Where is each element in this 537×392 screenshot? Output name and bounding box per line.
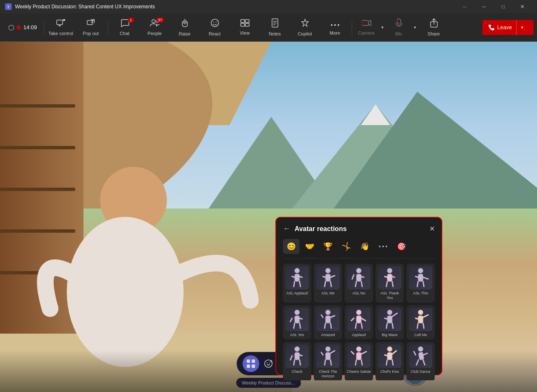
svg-rect-103 [325, 352, 330, 360]
record-indicator [17, 25, 21, 30]
camera-caret[interactable]: ▾ [379, 15, 386, 40]
view-button[interactable]: View [230, 15, 260, 40]
maximize-btn[interactable]: □ [494, 0, 513, 13]
svg-line-47 [330, 281, 331, 286]
svg-point-12 [216, 22, 217, 23]
svg-rect-109 [356, 352, 361, 360]
svg-point-42 [325, 268, 330, 273]
anim-label-asl-me: ASL Me [321, 291, 335, 296]
mic-label: Mic [395, 31, 402, 36]
svg-line-51 [361, 276, 364, 277]
panel-back-button[interactable]: ← [283, 224, 290, 233]
share-icon [430, 18, 438, 30]
copilot-label: Copilot [297, 31, 312, 36]
leave-button[interactable]: Leave ▾ [482, 20, 534, 35]
camera-label: Camera [358, 30, 374, 35]
svg-rect-61 [418, 274, 423, 281]
raise-button[interactable]: Raise [170, 15, 200, 40]
cat-trophy[interactable]: 🏆 [320, 239, 336, 254]
svg-rect-115 [387, 352, 392, 360]
notes-button[interactable]: Notes [260, 15, 290, 40]
anim-cheers-salute[interactable]: Cheers Salute [345, 342, 373, 380]
anim-asl-yes[interactable]: ASL Yes [283, 305, 311, 340]
anim-chefs-kiss[interactable]: Chef's Kiss [376, 342, 404, 380]
anim-asl-this[interactable]: ASL This [406, 264, 435, 303]
svg-line-64 [417, 281, 418, 286]
panel-close-button[interactable]: ✕ [429, 225, 435, 233]
svg-line-86 [385, 318, 387, 319]
cat-smiley[interactable]: 😊 [283, 239, 300, 254]
svg-line-94 [417, 323, 418, 328]
more-button[interactable]: More [320, 15, 350, 40]
separator [44, 20, 44, 35]
svg-line-62 [416, 276, 418, 277]
svg-line-82 [355, 323, 356, 328]
anim-figure-check-horizon [316, 344, 340, 368]
svg-line-111 [361, 352, 366, 354]
svg-line-123 [424, 353, 427, 355]
svg-line-100 [294, 360, 295, 365]
anim-asl-applaud[interactable]: ASL Applaud [283, 264, 311, 303]
anim-applaud[interactable]: Applaud [345, 305, 373, 340]
anim-check-horizon[interactable]: Check The Horizon [314, 342, 342, 380]
anim-call-me[interactable]: Call Me [406, 305, 435, 340]
svg-rect-55 [387, 274, 392, 281]
svg-line-124 [416, 360, 419, 365]
svg-line-89 [392, 323, 393, 328]
svg-line-76 [325, 323, 325, 328]
svg-line-57 [392, 276, 395, 277]
notes-label: Notes [269, 31, 281, 36]
anim-big-wave[interactable]: Big Wave [376, 305, 404, 340]
mic-button[interactable]: Mic [386, 15, 411, 40]
react-button[interactable]: React [200, 15, 230, 40]
svg-rect-91 [418, 316, 423, 323]
camera-button[interactable]: Camera [354, 15, 379, 40]
anim-check[interactable]: Check [283, 342, 311, 380]
people-button[interactable]: 37 People [140, 15, 170, 40]
svg-line-52 [355, 281, 356, 286]
svg-point-96 [295, 347, 300, 352]
more-options-btn[interactable]: ··· [455, 0, 474, 13]
anim-asl-no[interactable]: ASL No [345, 264, 373, 303]
anim-amazed[interactable]: Amazed [314, 305, 342, 340]
pop-out-button[interactable]: Pop out [76, 15, 106, 40]
category-row: 😊 🤝 🏆 🤸 👋 🎯 [283, 239, 435, 259]
cat-dots[interactable] [375, 239, 391, 254]
react-icon [210, 18, 219, 30]
camera-icon [361, 19, 371, 29]
cat-more[interactable]: 🎯 [393, 239, 410, 254]
cat-gesture[interactable]: 🤸 [338, 239, 355, 254]
svg-line-41 [300, 281, 300, 286]
copilot-button[interactable]: Copilot [290, 15, 320, 40]
svg-marker-21 [302, 19, 308, 26]
mic-caret[interactable]: ▾ [411, 15, 419, 40]
title-left: T Weekly Product Discussion: Shared Cont… [5, 3, 155, 10]
chat-button[interactable]: 1 Chat [110, 15, 140, 40]
anim-club-dance[interactable]: Club Dance [406, 342, 435, 380]
more-label: More [330, 30, 340, 35]
raise-label: Raise [179, 31, 190, 36]
svg-rect-79 [356, 316, 361, 323]
anim-asl-thank-you[interactable]: ASL Thank You [376, 264, 404, 303]
anim-figure-asl-yes [285, 308, 309, 331]
svg-line-98 [290, 356, 292, 360]
svg-line-88 [386, 323, 387, 328]
anim-figure-chefs-kiss [378, 344, 401, 368]
mic-group: Mic ▾ [386, 15, 419, 40]
leave-caret[interactable]: ▾ [516, 20, 528, 35]
share-button[interactable]: Share [419, 15, 449, 40]
take-control-button[interactable]: Take control [46, 15, 76, 40]
svg-point-108 [356, 347, 361, 352]
svg-line-110 [351, 352, 354, 354]
anim-figure-big-wave [378, 308, 401, 331]
anim-asl-me[interactable]: ASL Me [314, 264, 342, 303]
close-btn[interactable]: ✕ [513, 0, 532, 13]
cat-wave[interactable]: 👋 [356, 239, 373, 254]
cat-hands[interactable]: 🤝 [301, 239, 318, 254]
minimize-btn[interactable]: ─ [474, 0, 494, 13]
avatar-reaction-button[interactable] [260, 355, 277, 372]
grid-view-button[interactable] [243, 355, 260, 372]
panel-header-inner: ← Avatar reactions [283, 224, 347, 233]
svg-line-44 [323, 276, 325, 277]
record-area: 14:09 [3, 24, 42, 30]
